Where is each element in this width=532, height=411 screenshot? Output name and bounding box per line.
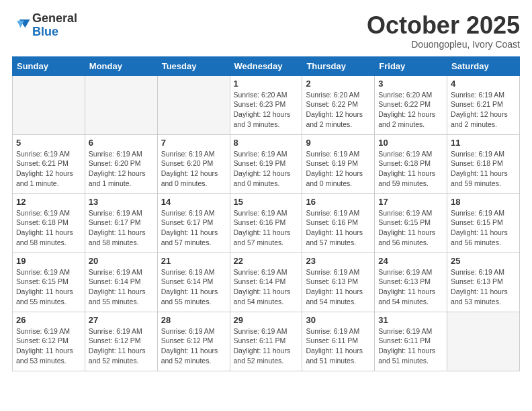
day-cell-w1-d3 [157, 75, 230, 134]
day-cell-w1-d7: 4Sunrise: 6:19 AMSunset: 6:21 PMDaylight… [447, 75, 520, 134]
day-info: Sunrise: 6:19 AMSunset: 6:21 PMDaylight:… [16, 149, 81, 189]
day-info: Sunrise: 6:19 AMSunset: 6:16 PMDaylight:… [234, 208, 299, 248]
day-number: 10 [378, 138, 443, 148]
day-number: 15 [234, 197, 299, 207]
day-number: 26 [16, 315, 81, 325]
day-cell-w1-d4: 1Sunrise: 6:20 AMSunset: 6:23 PMDaylight… [230, 75, 302, 134]
month-title: October 2025 [367, 12, 520, 39]
location-subtitle: Douongopleu, Ivory Coast [367, 39, 520, 50]
day-number: 17 [378, 197, 443, 207]
day-cell-w5-d5: 30Sunrise: 6:19 AMSunset: 6:11 PMDayligh… [302, 312, 375, 371]
day-number: 31 [378, 315, 443, 325]
day-info: Sunrise: 6:19 AMSunset: 6:11 PMDaylight:… [378, 326, 443, 366]
day-cell-w3-d2: 13Sunrise: 6:19 AMSunset: 6:17 PMDayligh… [85, 193, 157, 253]
day-number: 4 [451, 79, 516, 89]
week-row-3: 12Sunrise: 6:19 AMSunset: 6:18 PMDayligh… [13, 193, 520, 253]
day-number: 8 [234, 138, 299, 148]
day-info: Sunrise: 6:19 AMSunset: 6:18 PMDaylight:… [378, 149, 443, 189]
day-cell-w5-d1: 26Sunrise: 6:19 AMSunset: 6:12 PMDayligh… [13, 312, 85, 371]
day-info: Sunrise: 6:20 AMSunset: 6:22 PMDaylight:… [306, 90, 371, 130]
day-number: 19 [16, 256, 81, 266]
day-info: Sunrise: 6:19 AMSunset: 6:20 PMDaylight:… [89, 149, 154, 189]
day-number: 12 [16, 197, 81, 207]
day-info: Sunrise: 6:19 AMSunset: 6:20 PMDaylight:… [161, 149, 226, 189]
logo-text: General Blue [32, 12, 77, 39]
day-cell-w2-d4: 8Sunrise: 6:19 AMSunset: 6:19 PMDaylight… [230, 134, 302, 193]
col-wednesday: Wednesday [230, 56, 302, 75]
day-info: Sunrise: 6:19 AMSunset: 6:15 PMDaylight:… [378, 208, 443, 248]
day-info: Sunrise: 6:19 AMSunset: 6:14 PMDaylight:… [234, 267, 299, 307]
day-cell-w3-d3: 14Sunrise: 6:19 AMSunset: 6:17 PMDayligh… [157, 193, 230, 253]
day-info: Sunrise: 6:19 AMSunset: 6:16 PMDaylight:… [306, 208, 371, 248]
page: General Blue October 2025 Douongopleu, I… [0, 0, 532, 383]
day-number: 23 [306, 256, 371, 266]
day-info: Sunrise: 6:19 AMSunset: 6:14 PMDaylight:… [89, 267, 154, 307]
day-number: 22 [234, 256, 299, 266]
calendar-header-row: Sunday Monday Tuesday Wednesday Thursday… [13, 56, 520, 75]
day-number: 5 [16, 138, 81, 148]
day-cell-w3-d4: 15Sunrise: 6:19 AMSunset: 6:16 PMDayligh… [230, 193, 302, 253]
day-cell-w2-d2: 6Sunrise: 6:19 AMSunset: 6:20 PMDaylight… [85, 134, 157, 193]
day-cell-w1-d1 [13, 75, 85, 134]
day-cell-w3-d7: 18Sunrise: 6:19 AMSunset: 6:15 PMDayligh… [447, 193, 520, 253]
day-info: Sunrise: 6:19 AMSunset: 6:19 PMDaylight:… [234, 149, 299, 189]
day-cell-w1-d6: 3Sunrise: 6:20 AMSunset: 6:22 PMDaylight… [375, 75, 447, 134]
day-cell-w4-d3: 21Sunrise: 6:19 AMSunset: 6:14 PMDayligh… [157, 253, 230, 312]
day-info: Sunrise: 6:19 AMSunset: 6:11 PMDaylight:… [234, 326, 299, 366]
day-cell-w2-d5: 9Sunrise: 6:19 AMSunset: 6:19 PMDaylight… [302, 134, 375, 193]
day-info: Sunrise: 6:19 AMSunset: 6:19 PMDaylight:… [306, 149, 371, 189]
day-number: 16 [306, 197, 371, 207]
day-cell-w2-d3: 7Sunrise: 6:19 AMSunset: 6:20 PMDaylight… [157, 134, 230, 193]
day-info: Sunrise: 6:19 AMSunset: 6:15 PMDaylight:… [16, 267, 81, 307]
day-cell-w4-d4: 22Sunrise: 6:19 AMSunset: 6:14 PMDayligh… [230, 253, 302, 312]
day-info: Sunrise: 6:19 AMSunset: 6:13 PMDaylight:… [451, 267, 516, 307]
day-cell-w4-d2: 20Sunrise: 6:19 AMSunset: 6:14 PMDayligh… [85, 253, 157, 312]
week-row-4: 19Sunrise: 6:19 AMSunset: 6:15 PMDayligh… [13, 253, 520, 312]
day-cell-w4-d7: 25Sunrise: 6:19 AMSunset: 6:13 PMDayligh… [447, 253, 520, 312]
day-cell-w4-d6: 24Sunrise: 6:19 AMSunset: 6:13 PMDayligh… [375, 253, 447, 312]
day-number: 2 [306, 79, 371, 89]
day-cell-w4-d5: 23Sunrise: 6:19 AMSunset: 6:13 PMDayligh… [302, 253, 375, 312]
header: General Blue October 2025 Douongopleu, I… [12, 12, 520, 50]
day-info: Sunrise: 6:19 AMSunset: 6:15 PMDaylight:… [451, 208, 516, 248]
day-info: Sunrise: 6:19 AMSunset: 6:12 PMDaylight:… [161, 326, 226, 366]
logo-icon [13, 15, 32, 34]
day-number: 20 [89, 256, 154, 266]
day-info: Sunrise: 6:19 AMSunset: 6:12 PMDaylight:… [16, 326, 81, 366]
day-number: 21 [161, 256, 226, 266]
logo: General Blue [12, 12, 77, 39]
week-row-2: 5Sunrise: 6:19 AMSunset: 6:21 PMDaylight… [13, 134, 520, 193]
day-number: 29 [234, 315, 299, 325]
col-friday: Friday [375, 56, 447, 75]
day-cell-w4-d1: 19Sunrise: 6:19 AMSunset: 6:15 PMDayligh… [13, 253, 85, 312]
day-cell-w2-d7: 11Sunrise: 6:19 AMSunset: 6:18 PMDayligh… [447, 134, 520, 193]
logo-blue: Blue [32, 25, 58, 38]
day-info: Sunrise: 6:19 AMSunset: 6:21 PMDaylight:… [451, 90, 516, 130]
day-number: 14 [161, 197, 226, 207]
col-saturday: Saturday [447, 56, 520, 75]
col-sunday: Sunday [13, 56, 85, 75]
day-cell-w5-d7 [447, 312, 520, 371]
day-info: Sunrise: 6:19 AMSunset: 6:18 PMDaylight:… [16, 208, 81, 248]
day-number: 9 [306, 138, 371, 148]
calendar: Sunday Monday Tuesday Wednesday Thursday… [12, 56, 520, 371]
day-cell-w3-d1: 12Sunrise: 6:19 AMSunset: 6:18 PMDayligh… [13, 193, 85, 253]
day-cell-w5-d4: 29Sunrise: 6:19 AMSunset: 6:11 PMDayligh… [230, 312, 302, 371]
day-info: Sunrise: 6:19 AMSunset: 6:13 PMDaylight:… [306, 267, 371, 307]
day-cell-w1-d2 [85, 75, 157, 134]
day-cell-w5-d3: 28Sunrise: 6:19 AMSunset: 6:12 PMDayligh… [157, 312, 230, 371]
day-number: 18 [451, 197, 516, 207]
day-info: Sunrise: 6:19 AMSunset: 6:11 PMDaylight:… [306, 326, 371, 366]
day-cell-w5-d2: 27Sunrise: 6:19 AMSunset: 6:12 PMDayligh… [85, 312, 157, 371]
logo-general: General [32, 11, 77, 25]
day-number: 27 [89, 315, 154, 325]
day-info: Sunrise: 6:19 AMSunset: 6:17 PMDaylight:… [161, 208, 226, 248]
day-cell-w3-d5: 16Sunrise: 6:19 AMSunset: 6:16 PMDayligh… [302, 193, 375, 253]
day-number: 7 [161, 138, 226, 148]
day-number: 24 [378, 256, 443, 266]
day-number: 28 [161, 315, 226, 325]
day-cell-w3-d6: 17Sunrise: 6:19 AMSunset: 6:15 PMDayligh… [375, 193, 447, 253]
day-cell-w2-d1: 5Sunrise: 6:19 AMSunset: 6:21 PMDaylight… [13, 134, 85, 193]
day-info: Sunrise: 6:19 AMSunset: 6:18 PMDaylight:… [451, 149, 516, 189]
col-monday: Monday [85, 56, 157, 75]
